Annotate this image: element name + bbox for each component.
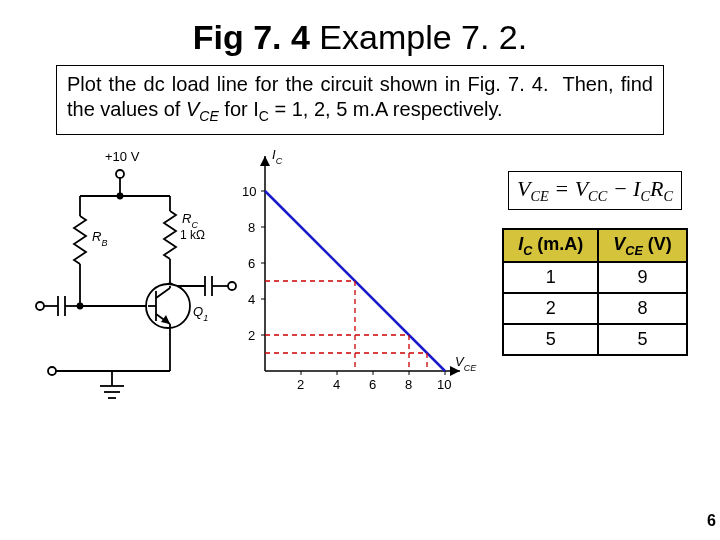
svg-text:8: 8	[248, 220, 255, 235]
svg-marker-43	[260, 156, 270, 166]
table-row: 28	[503, 293, 687, 324]
problem-statement: Plot the dc load line for the circuit sh…	[56, 65, 664, 135]
problem-text: Plot the dc load line for the circuit sh…	[67, 73, 653, 120]
svg-text:4: 4	[333, 377, 340, 392]
svg-text:RB: RB	[92, 229, 107, 248]
svg-text:4: 4	[248, 292, 255, 307]
svg-text:6: 6	[369, 377, 376, 392]
table-row: 55	[503, 324, 687, 355]
equation-box: VCE = VCC − ICRC	[508, 171, 682, 210]
svg-text:10: 10	[242, 184, 256, 199]
table-header: IC (m.A) VCE (V)	[503, 229, 687, 263]
load-line-plot: IC VCE 2 4 6 8 10 2 4 6 8 10	[230, 141, 480, 411]
page-title: Fig 7. 4 Example 7. 2.	[0, 18, 720, 57]
svg-text:Q1: Q1	[193, 304, 208, 323]
svg-text:IC: IC	[272, 147, 283, 166]
svg-text:VCE: VCE	[455, 354, 477, 373]
page-number: 6	[707, 512, 716, 530]
svg-text:6: 6	[248, 256, 255, 271]
table-row: 19	[503, 262, 687, 293]
svg-text:+10 V: +10 V	[105, 149, 140, 164]
result-table: IC (m.A) VCE (V) 19 28 55	[502, 228, 688, 357]
svg-text:1 kΩ: 1 kΩ	[180, 228, 205, 242]
svg-point-1	[116, 170, 124, 178]
circuit-schematic: +10 V RC 1 kΩ	[30, 141, 240, 431]
svg-text:2: 2	[297, 377, 304, 392]
svg-text:8: 8	[405, 377, 412, 392]
svg-point-35	[48, 367, 56, 375]
svg-point-23	[36, 302, 44, 310]
svg-text:10: 10	[437, 377, 451, 392]
svg-text:2: 2	[248, 328, 255, 343]
